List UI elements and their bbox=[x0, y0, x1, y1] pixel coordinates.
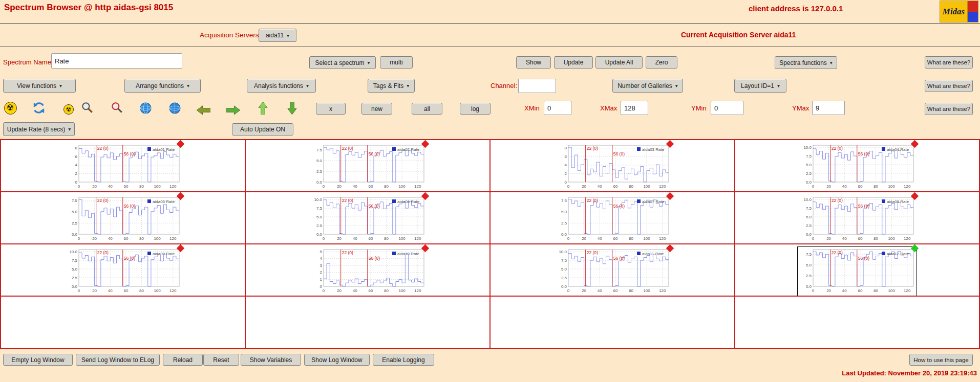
svg-text:60: 60 bbox=[368, 236, 373, 241]
reset-button[interactable]: Reset bbox=[203, 354, 239, 366]
svg-text:5.0: 5.0 bbox=[806, 215, 812, 219]
spectrum-chart-aida12[interactable]: 0.02.55.07.502040608010012022 (0)56 (0)a… bbox=[798, 247, 917, 296]
chart-plot: 0.02.55.07.510.002040608010012022 (0)56 … bbox=[798, 195, 917, 243]
show-log-window-button[interactable]: Show Log Window bbox=[304, 354, 370, 366]
gallery-cell bbox=[245, 296, 490, 348]
radiation-small-icon[interactable]: ☢ bbox=[61, 102, 76, 117]
midas-logo[interactable]: Midas bbox=[940, 1, 978, 23]
zoom-in-icon[interactable] bbox=[80, 101, 94, 115]
spectrum-chart-aida01[interactable]: 0246802040608010012022 (0)56 (0)aida01 R… bbox=[63, 143, 182, 192]
svg-text:2.5: 2.5 bbox=[561, 276, 567, 280]
svg-text:aida05 Rate: aida05 Rate bbox=[153, 199, 175, 204]
spectrum-chart-aida07[interactable]: 0.02.55.07.502040608010012022 (0)56 (0)a… bbox=[553, 195, 672, 244]
update-rate-dropdown[interactable]: Update Rate (8 secs) ▾ bbox=[3, 122, 75, 136]
spectrum-chart-aida05[interactable]: 0.02.55.07.502040608010012022 (0)56 (0)a… bbox=[63, 195, 182, 244]
globe-icon[interactable] bbox=[138, 101, 153, 115]
svg-text:22 (0): 22 (0) bbox=[342, 198, 353, 203]
arrange-functions-dropdown[interactable]: Arrange functions ▾ bbox=[124, 79, 201, 93]
svg-text:0: 0 bbox=[812, 288, 815, 293]
svg-text:7.5: 7.5 bbox=[561, 198, 567, 203]
new-button[interactable]: new bbox=[361, 103, 392, 115]
what-are-these-button-3[interactable]: What are these? bbox=[925, 103, 973, 115]
log-button[interactable]: log bbox=[460, 103, 491, 115]
spectrum-name-input[interactable] bbox=[51, 53, 182, 69]
svg-text:120: 120 bbox=[659, 288, 666, 293]
number-of-galleries-dropdown[interactable]: Number of Galleries ▾ bbox=[612, 79, 683, 93]
svg-text:2: 2 bbox=[75, 171, 78, 176]
analysis-functions-dropdown[interactable]: Analysis functions ▾ bbox=[247, 79, 316, 93]
svg-text:aida08 Rate: aida08 Rate bbox=[887, 199, 909, 204]
radiation-icon[interactable]: ☢ bbox=[3, 101, 17, 115]
update-all-button[interactable]: Update All bbox=[595, 56, 643, 69]
xmax-input[interactable] bbox=[621, 101, 648, 115]
send-log-to-elog-button[interactable]: Send Log Window to ELog bbox=[76, 354, 160, 366]
gallery-cell: 0246802040608010012022 (0)56 (0)aida01 R… bbox=[1, 140, 245, 192]
how-to-use-button[interactable]: How to use this page bbox=[909, 354, 973, 366]
svg-text:20: 20 bbox=[92, 184, 97, 189]
auto-update-button[interactable]: Auto Update ON bbox=[232, 123, 293, 136]
globe-zoom-icon[interactable] bbox=[167, 101, 182, 115]
svg-text:10.0: 10.0 bbox=[559, 250, 567, 254]
multi-button[interactable]: multi bbox=[380, 56, 413, 69]
spectrum-chart-aida09[interactable]: 0.02.55.07.510.002040608010012022 (0)56 … bbox=[63, 247, 182, 296]
svg-text:0: 0 bbox=[78, 236, 80, 241]
svg-text:120: 120 bbox=[169, 184, 177, 189]
reload-button[interactable]: Reload bbox=[163, 354, 203, 366]
svg-text:5.0: 5.0 bbox=[561, 267, 567, 272]
x-button[interactable]: x bbox=[316, 103, 346, 115]
select-spectrum-dropdown[interactable]: Select a spectrum ▾ bbox=[309, 56, 376, 69]
svg-text:20: 20 bbox=[826, 288, 831, 293]
spectra-functions-dropdown[interactable]: Spectra functions ▾ bbox=[775, 56, 837, 69]
show-variables-button[interactable]: Show Variables bbox=[241, 354, 301, 366]
enable-logging-button[interactable]: Enable Logging bbox=[373, 354, 434, 366]
zoom-out-icon[interactable] bbox=[110, 101, 124, 115]
all-button[interactable]: all bbox=[412, 103, 442, 115]
ymin-input[interactable] bbox=[711, 101, 743, 115]
update-button[interactable]: Update bbox=[554, 56, 593, 69]
svg-text:40: 40 bbox=[108, 288, 113, 293]
svg-text:80: 80 bbox=[139, 288, 144, 293]
spectrum-chart-aida03[interactable]: 0246802040608010012022 (0)56 (0)aida03 R… bbox=[553, 143, 672, 192]
svg-text:56 (0): 56 (0) bbox=[369, 256, 380, 261]
spectrum-chart-aida02[interactable]: 0.02.55.07.502040608010012022 (0)56 (0)a… bbox=[308, 143, 427, 192]
svg-text:56 (0): 56 (0) bbox=[369, 204, 380, 209]
spectrum-chart-aida04[interactable]: 0.02.55.07.510.002040608010012022 (0)56 … bbox=[798, 143, 917, 192]
show-button[interactable]: Show bbox=[516, 56, 551, 69]
layout-id-dropdown[interactable]: Layout ID=1 ▾ bbox=[734, 79, 786, 93]
empty-log-window-button[interactable]: Empty Log Window bbox=[3, 354, 73, 366]
channel-input[interactable] bbox=[518, 79, 556, 93]
arrow-up-icon[interactable] bbox=[255, 101, 270, 115]
svg-text:80: 80 bbox=[384, 236, 389, 241]
svg-text:22 (0): 22 (0) bbox=[587, 250, 598, 255]
view-functions-dropdown[interactable]: View functions ▾ bbox=[3, 79, 76, 93]
svg-text:22 (0): 22 (0) bbox=[97, 198, 109, 203]
svg-text:aida11 Rate: aida11 Rate bbox=[642, 252, 664, 256]
what-are-these-button-2[interactable]: What are these? bbox=[925, 80, 973, 92]
spectrum-chart-aida06[interactable]: 0.02.55.07.510.002040608010012022 (0)56 … bbox=[308, 195, 427, 244]
svg-text:60: 60 bbox=[368, 184, 373, 189]
svg-text:aida04 Rate: aida04 Rate bbox=[887, 147, 909, 152]
gallery-cell: 0.02.55.07.510.002040608010012022 (0)56 … bbox=[490, 244, 735, 296]
acquisition-server-select[interactable]: aida11 ▾ bbox=[259, 29, 296, 42]
arrow-left-icon[interactable] bbox=[196, 103, 210, 117]
svg-text:40: 40 bbox=[842, 288, 847, 293]
zero-button[interactable]: Zero bbox=[646, 56, 677, 69]
spectrum-chart-aida11[interactable]: 0.02.55.07.510.002040608010012022 (0)56 … bbox=[553, 247, 672, 296]
svg-text:80: 80 bbox=[139, 236, 144, 241]
svg-text:56 (0): 56 (0) bbox=[858, 204, 869, 209]
refresh-icon[interactable] bbox=[32, 101, 46, 115]
acquisition-server-value: aida11 bbox=[266, 32, 284, 39]
svg-text:2.5: 2.5 bbox=[316, 169, 323, 174]
xmin-input[interactable] bbox=[544, 101, 571, 115]
arrow-down-icon[interactable] bbox=[285, 101, 299, 115]
what-are-these-button-1[interactable]: What are these? bbox=[925, 56, 973, 69]
tags-fits-dropdown[interactable]: Tags & Fits ▾ bbox=[368, 79, 415, 93]
chevron-down-icon: ▾ bbox=[59, 83, 62, 88]
ymax-input[interactable] bbox=[812, 101, 845, 115]
spectrum-chart-aida10[interactable]: 01234502040608010012022 (0)56 (0)aida10 … bbox=[308, 247, 427, 296]
svg-text:2.5: 2.5 bbox=[316, 223, 323, 228]
svg-text:22 (0): 22 (0) bbox=[97, 146, 109, 151]
svg-text:80: 80 bbox=[629, 184, 633, 189]
spectrum-chart-aida08[interactable]: 0.02.55.07.510.002040608010012022 (0)56 … bbox=[798, 195, 917, 244]
arrow-right-icon[interactable] bbox=[226, 103, 240, 117]
